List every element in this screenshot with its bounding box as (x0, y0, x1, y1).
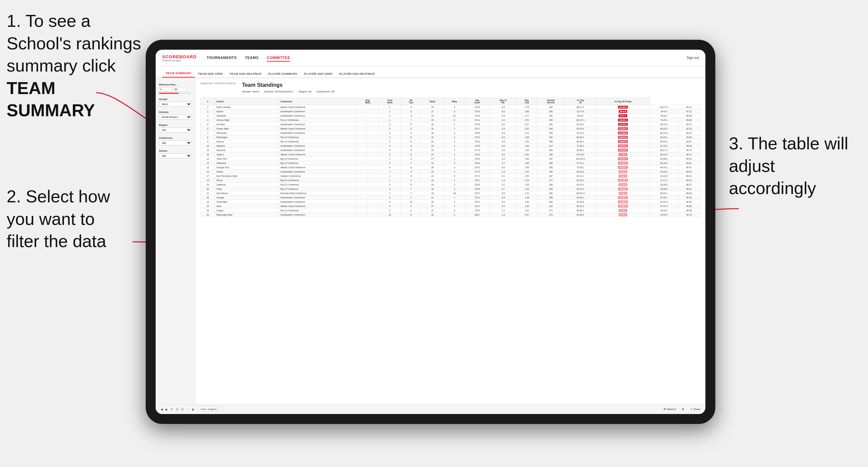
col-vs-top25: Vs Top25 (565, 98, 596, 105)
tab-team-summary[interactable]: TEAM SUMMARY (162, 69, 195, 77)
table-row: 12VirginiaAtlantic Coast Conference-3824… (201, 152, 701, 157)
table-row: 26Mississippi StateSoutheastern Conferen… (201, 213, 701, 217)
division-select[interactable]: NCAA Division I (159, 115, 192, 120)
instruction-3: 3. The table will adjust accordingly (729, 132, 861, 200)
table-row: 5Ole MissSoutheastern Conference-3618127… (201, 122, 701, 126)
col-rank: # (201, 98, 215, 105)
table-row: 9ArizonaPac-12 Conference-38223276.3-4.6… (201, 139, 701, 144)
col-avg-par: Avg. toPar (490, 98, 517, 105)
table-row: 24DukeAtlantic Coast Conference-59271279… (201, 204, 701, 208)
tablet-screen: SCOREBOARD Powered by clippi TOURNAMENTS… (156, 50, 705, 414)
nav-item-tournaments[interactable]: TOURNAMENTS (207, 54, 237, 62)
gender-pill: Gender: Men's (242, 90, 259, 93)
region-label: Region (159, 124, 192, 126)
table-row: 8WashingtonPac-12 Conference-28231276.3-… (201, 135, 701, 139)
nav-bar: SCOREBOARD Powered by clippi TOURNAMENTS… (156, 50, 705, 66)
table-row: 10AlabamaSoutheastern Conference-5623327… (201, 144, 701, 148)
filter-pills: Gender: Men's Division: NCAA Division I … (242, 90, 701, 93)
logo-text: SCOREBOARD (162, 54, 197, 59)
gender-filter: Gender Men's (159, 98, 192, 107)
grid-icon[interactable]: ⊞ (682, 408, 684, 411)
back-icon[interactable]: ◀ (161, 408, 163, 411)
table-row: 14OklahomaBig 12 Conference-27242276.9-3… (201, 161, 701, 165)
more-icon[interactable]: ⋯ (186, 408, 189, 411)
col-vs-top50: Vs Top 50 Points (596, 98, 650, 105)
standings-table: # School Conference Avg.Rank ConfRank No… (200, 98, 701, 217)
nav-item-teams[interactable]: TEAMS (245, 54, 259, 62)
toolbar-icons: ◀ ▶ ↻ ☷ ☵ ⋯ ◐ (161, 408, 195, 411)
region-select[interactable]: N/A (159, 127, 192, 132)
col-adj-score: Adj.Score (465, 98, 490, 105)
time-icon[interactable]: ◐ (192, 408, 195, 411)
share-icon[interactable]: ☷ (176, 408, 179, 411)
col-wins: Wins (444, 98, 466, 105)
share-button[interactable]: ⇧ Share (690, 408, 701, 411)
nav-item-committee[interactable]: COMMITTEE (267, 54, 290, 62)
table-row: 23Texas A&MSoutheastern Conference-91030… (201, 200, 701, 204)
nav-items: TOURNAMENTS TEAMS COMMITTEE (207, 54, 686, 62)
table-row: 15Georgia TechAtlantic Coast Conference-… (201, 165, 701, 169)
table-row: 13Texas TechBig 12 Conference-19272276.0… (201, 157, 701, 161)
table-row: 11ArkansasSoutheastern Conference-682332… (201, 148, 701, 152)
rounds-slider-fill (159, 93, 179, 94)
col-conf-rank: ConfRank (379, 98, 401, 105)
col-conference: Conference (279, 98, 357, 105)
copy-icon[interactable]: ☵ (181, 408, 184, 411)
school-select[interactable]: (All) (159, 153, 192, 158)
sidebar-filters: Minimum Rou... Gender Men's (156, 78, 195, 404)
minimum-rounds-filter: Minimum Rou... (159, 83, 192, 94)
region-pill: Region: All (299, 90, 311, 93)
division-label: Division (159, 111, 192, 114)
conference-label: Conference (159, 136, 192, 139)
table-row: 25OregonPac-12 Conference-59210279.5-1.1… (201, 208, 701, 213)
instruction-2: 2. Select how you want to filter the dat… (7, 185, 132, 253)
col-rnds: Rnds (421, 98, 444, 105)
table-row: 1North CarolinaAtlantic Coast Conference… (201, 105, 701, 109)
tab-team-h2h-heatmap[interactable]: TEAM H2H HEATMAP (226, 70, 265, 77)
col-school: School (215, 98, 279, 105)
update-time: Update time: 27/03/2024 16:56:26 (200, 82, 236, 85)
table-row: 3VanderbiltSoutheastern Conference-25236… (201, 114, 701, 118)
conference-select[interactable]: (All) (159, 141, 192, 146)
table-row: 19CaliforniaPac-12 Conference-48242278.2… (201, 183, 701, 187)
table-row: 2AuburnSoutheastern Conference-19276273.… (201, 109, 701, 114)
minimum-rounds-label: Minimum Rou... (159, 83, 192, 86)
col-avg-rank: Avg.Rank (357, 98, 379, 105)
table-row: 21New MexicoMountain West Conference-171… (201, 191, 701, 195)
tab-player-h2h-grid[interactable]: PLAYER H2H GRID (301, 70, 336, 77)
conference-filter: Conference (All) (159, 136, 192, 146)
region-filter: Region N/A (159, 124, 192, 132)
division-filter: Division NCAA Division I (159, 111, 192, 120)
min-rounds-min-input[interactable] (159, 87, 172, 91)
gender-label: Gender (159, 98, 192, 101)
table-row: 7TennesseeSoutheastern Conference-461822… (201, 131, 701, 135)
gender-select[interactable]: Men's (159, 102, 192, 107)
table-row: 22GeorgiaSoutheastern Conference-8721127… (201, 195, 701, 200)
division-pill: Division: NCAA Division I (264, 90, 294, 93)
school-label: School (159, 149, 192, 152)
tab-player-summary[interactable]: PLAYER SUMMARY (265, 70, 301, 77)
col-no-tour: NoTour (401, 98, 421, 105)
refresh-icon[interactable]: ↻ (170, 408, 173, 411)
main-content: Minimum Rou... Gender Men's (156, 78, 705, 404)
school-filter: School (All) (159, 149, 192, 158)
sub-nav: TEAM SUMMARY TEAM H2H GRID TEAM H2H HEAT… (156, 66, 705, 78)
table-area: Update time: 27/03/2024 16:56:26 Team St… (195, 78, 705, 404)
view-original-button[interactable]: View: Original (198, 407, 219, 412)
watch-button[interactable]: 👁 Watch ▾ (663, 408, 676, 411)
rounds-slider-track[interactable] (159, 93, 192, 94)
min-rounds-max-input[interactable] (173, 87, 186, 91)
col-avg-low: Avg.Low (517, 98, 537, 105)
bottom-toolbar: ◀ ▶ ↻ ☷ ☵ ⋯ ◐ View: Original 👁 Watch ▾ ⊞… (156, 404, 705, 414)
logo-sub: Powered by clippi (162, 59, 197, 62)
tab-team-h2h-grid[interactable]: TEAM H2H GRID (195, 70, 226, 77)
table-title: Team Standings (242, 82, 701, 88)
tablet-frame: SCOREBOARD Powered by clippi TOURNAMENTS… (146, 40, 715, 424)
forward-icon[interactable]: ▶ (165, 408, 168, 411)
table-row: 6Florida StateAtlantic Coast Conference-… (201, 126, 701, 131)
tab-player-h2h-heatmap[interactable]: PLAYER H2H HEATMAP (336, 70, 378, 77)
sign-out-button[interactable]: Sign out (686, 56, 699, 60)
table-row: 18IllinoisBig Ten Conference-19231279.1-… (201, 178, 701, 183)
table-row: 17East Tennessee StateSouthern Conferenc… (201, 174, 701, 178)
table-row: 16FloridaSoutheastern Conference-7924427… (201, 169, 701, 174)
